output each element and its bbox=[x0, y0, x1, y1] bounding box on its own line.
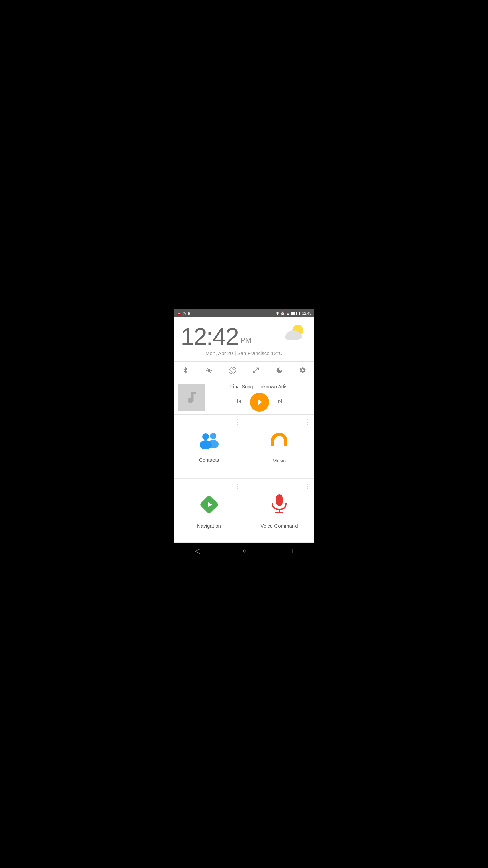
play-button[interactable] bbox=[250, 393, 269, 412]
music-label: Music bbox=[272, 458, 286, 463]
fullscreen-icon[interactable] bbox=[249, 365, 262, 377]
app-grid: ⋮ Contacts ⋮ bbox=[174, 415, 314, 542]
nav-bar: ◁ ○ □ bbox=[174, 542, 314, 559]
song-title: Final Song - Unknown Artist bbox=[230, 384, 289, 389]
contacts-tile[interactable]: ⋮ Contacts bbox=[174, 415, 244, 479]
music-controls bbox=[234, 393, 285, 412]
music-tile-menu[interactable]: ⋮ bbox=[304, 418, 310, 426]
wifi-icon: ▲ bbox=[286, 311, 290, 315]
status-bar-left: 🚗 ◎ ⊕ bbox=[177, 311, 190, 316]
svg-point-4 bbox=[288, 330, 298, 337]
status-bar: 🚗 ◎ ⊕ ✱ ⏰ ▲ ▮▮▮ ▮ 12:43 bbox=[174, 309, 314, 317]
status-bar-right: ✱ ⏰ ▲ ▮▮▮ ▮ 12:43 bbox=[276, 311, 311, 316]
quick-settings-bar: A bbox=[174, 362, 314, 381]
android-icon: ⊕ bbox=[187, 311, 190, 316]
battery-icon: ▮ bbox=[299, 311, 301, 316]
location-icon: ◎ bbox=[183, 311, 186, 316]
bluetooth-status-icon: ✱ bbox=[276, 311, 279, 316]
screen-rotation-icon[interactable] bbox=[226, 365, 239, 377]
recent-button[interactable]: □ bbox=[282, 544, 300, 557]
alarm-icon: ⏰ bbox=[280, 311, 285, 316]
svg-text:A: A bbox=[208, 369, 210, 372]
voice-command-icon bbox=[270, 494, 289, 519]
navigation-tile[interactable]: ⋮ Navigation bbox=[174, 479, 244, 543]
music-info: Final Song - Unknown Artist bbox=[209, 384, 310, 412]
status-time: 12:43 bbox=[302, 311, 311, 315]
clock-date: Mon, Apr 20 | San Francisco 12°C bbox=[206, 350, 283, 356]
music-tile[interactable]: ⋮ Music bbox=[244, 415, 314, 479]
prev-button[interactable] bbox=[234, 396, 245, 409]
car-icon: 🚗 bbox=[177, 311, 181, 316]
contacts-icon bbox=[198, 432, 220, 454]
weather-icon bbox=[284, 323, 307, 348]
svg-rect-11 bbox=[284, 441, 287, 446]
clock-ampm: PM bbox=[240, 336, 251, 349]
navigation-icon bbox=[198, 494, 220, 519]
clock-widget: 12:42 PM Mon, Apr 20 | San Francisco 12°… bbox=[174, 317, 314, 362]
contacts-tile-menu[interactable]: ⋮ bbox=[234, 418, 240, 426]
music-tile-icon bbox=[268, 431, 290, 454]
next-button[interactable] bbox=[274, 396, 285, 409]
svg-rect-13 bbox=[276, 494, 283, 506]
music-player: Final Song - Unknown Artist bbox=[174, 381, 314, 415]
svg-rect-10 bbox=[271, 441, 274, 446]
voice-command-tile[interactable]: ⋮ Voice Command bbox=[244, 479, 314, 543]
settings-icon[interactable] bbox=[296, 365, 309, 377]
svg-point-9 bbox=[208, 440, 219, 448]
phone-frame: 🚗 ◎ ⊕ ✱ ⏰ ▲ ▮▮▮ ▮ 12:43 12:42 PM bbox=[174, 309, 314, 559]
voice-command-label: Voice Command bbox=[260, 523, 298, 529]
back-button[interactable]: ◁ bbox=[188, 544, 207, 557]
night-mode-icon[interactable] bbox=[273, 365, 286, 377]
navigation-label: Navigation bbox=[197, 523, 221, 529]
navigation-tile-menu[interactable]: ⋮ bbox=[234, 482, 240, 490]
svg-point-8 bbox=[210, 433, 216, 439]
brightness-auto-icon[interactable]: A bbox=[203, 365, 216, 377]
album-art bbox=[178, 384, 205, 411]
contacts-label: Contacts bbox=[199, 457, 219, 463]
clock-time: 12:42 bbox=[181, 324, 238, 349]
svg-point-6 bbox=[202, 433, 209, 440]
home-button[interactable]: ○ bbox=[236, 544, 253, 557]
signal-icon: ▮▮▮ bbox=[291, 311, 297, 316]
bluetooth-icon[interactable] bbox=[179, 365, 192, 377]
voice-command-tile-menu[interactable]: ⋮ bbox=[304, 482, 310, 490]
clock-row: 12:42 PM bbox=[181, 324, 307, 349]
